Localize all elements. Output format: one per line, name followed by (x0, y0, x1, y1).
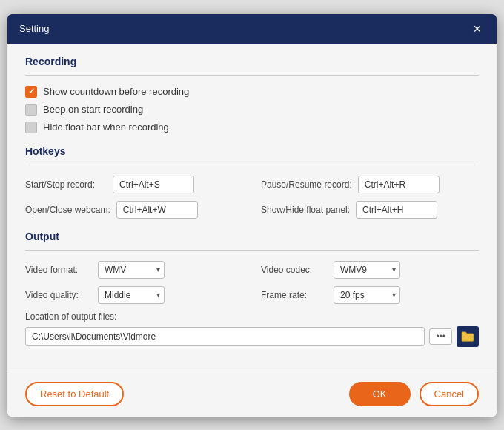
frame-rate-label: Frame rate: (261, 290, 328, 300)
video-codec-label: Video codec: (261, 265, 328, 275)
title-bar: Setting ✕ (7, 14, 497, 44)
footer-right-buttons: OK Cancel (349, 382, 479, 406)
recording-divider (25, 75, 479, 76)
dialog-content: Recording Show countdown before recordin… (7, 44, 497, 371)
checkbox-beep-row: Beep on start recording (25, 104, 479, 116)
output-section: Output Video format: WMV MP4 AVI MOV ▾ (25, 231, 479, 347)
hotkey-float-panel-label: Show/Hide float panel: (261, 205, 350, 215)
close-button[interactable]: ✕ (470, 22, 485, 36)
hotkey-webcam-input[interactable] (116, 201, 198, 219)
frame-rate-row: Frame rate: 10 fps 15 fps 20 fps 25 fps … (261, 286, 479, 304)
video-codec-wrapper: WMV9 H264 MPEG4 ▾ (334, 261, 400, 279)
recording-title: Recording (25, 56, 479, 67)
hotkey-webcam-row: Open/Close webcam: (25, 201, 243, 219)
checkbox-countdown-row: Show countdown before recording (25, 86, 479, 98)
checkbox-countdown-label: Show countdown before recording (43, 86, 189, 97)
video-codec-select[interactable]: WMV9 H264 MPEG4 (334, 261, 400, 279)
hotkey-float-panel-row: Show/Hide float panel: (261, 201, 479, 219)
frame-rate-wrapper: 10 fps 15 fps 20 fps 25 fps 30 fps ▾ (334, 286, 400, 304)
checkbox-beep-label: Beep on start recording (43, 104, 143, 115)
output-title: Output (25, 231, 479, 242)
video-format-wrapper: WMV MP4 AVI MOV ▾ (98, 261, 165, 279)
location-label: Location of output files: (25, 311, 479, 322)
hotkey-float-panel-input[interactable] (356, 201, 437, 219)
hotkey-pause-row: Pause/Resume record: (261, 176, 479, 194)
output-grid: Video format: WMV MP4 AVI MOV ▾ Video co… (25, 261, 479, 304)
folder-button[interactable] (457, 326, 479, 347)
checkbox-floatbar-row: Hide float bar when recording (25, 122, 479, 133)
video-quality-wrapper: Low Middle High ▾ (98, 286, 165, 304)
hotkey-start-stop-input[interactable] (113, 176, 194, 194)
dots-button[interactable]: ••• (429, 328, 452, 345)
hotkeys-divider (25, 165, 479, 165)
hotkeys-title: Hotkeys (25, 145, 479, 157)
dialog-footer: Reset to Default OK Cancel (7, 371, 497, 417)
dialog-title: Setting (19, 23, 49, 34)
video-quality-select[interactable]: Low Middle High (98, 286, 165, 304)
reset-default-button[interactable]: Reset to Default (25, 382, 124, 406)
video-quality-label: Video quality: (25, 290, 92, 300)
output-divider (25, 250, 479, 251)
video-format-select[interactable]: WMV MP4 AVI MOV (98, 261, 165, 279)
location-input[interactable] (25, 327, 425, 346)
hotkey-webcam-label: Open/Close webcam: (25, 205, 110, 215)
hotkeys-grid: Start/Stop record: Pause/Resume record: … (25, 176, 479, 219)
location-section: Location of output files: ••• (25, 311, 479, 347)
hotkey-start-stop-row: Start/Stop record: (25, 176, 243, 194)
video-codec-row: Video codec: WMV9 H264 MPEG4 ▾ (261, 261, 479, 279)
checkbox-beep[interactable] (25, 104, 37, 116)
video-format-label: Video format: (25, 265, 92, 275)
location-row: ••• (25, 326, 479, 347)
hotkey-pause-input[interactable] (358, 176, 440, 194)
settings-dialog: Setting ✕ Recording Show countdown befor… (7, 14, 497, 417)
hotkey-start-stop-label: Start/Stop record: (25, 179, 107, 190)
checkbox-floatbar-label: Hide float bar when recording (43, 122, 169, 133)
hotkeys-section: Hotkeys Start/Stop record: Pause/Resume … (25, 145, 479, 219)
ok-button[interactable]: OK (349, 382, 411, 406)
checkbox-floatbar[interactable] (25, 122, 37, 133)
checkbox-countdown[interactable] (25, 86, 37, 98)
video-format-row: Video format: WMV MP4 AVI MOV ▾ (25, 261, 243, 279)
folder-icon (461, 331, 474, 342)
frame-rate-select[interactable]: 10 fps 15 fps 20 fps 25 fps 30 fps (334, 286, 400, 304)
video-quality-row: Video quality: Low Middle High ▾ (25, 286, 243, 304)
hotkey-pause-label: Pause/Resume record: (261, 179, 352, 190)
cancel-button[interactable]: Cancel (420, 382, 479, 406)
recording-section: Recording Show countdown before recordin… (25, 56, 479, 133)
